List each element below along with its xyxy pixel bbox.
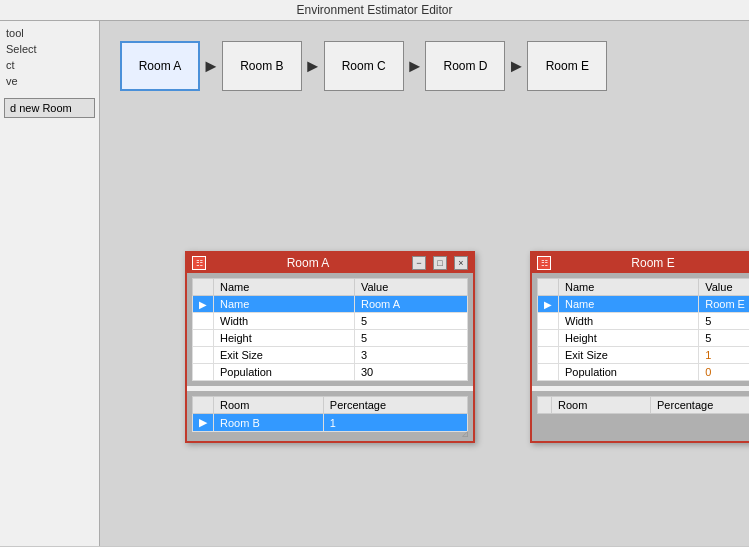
canvas-area: Room A ► Room B ► Room C ► Room D ► Room… <box>100 21 749 546</box>
panel-e-props-content: Name Value ▶ Name Room E Width 5 Height … <box>532 273 749 386</box>
panel-room-a-titlebar: ☷ Room A − □ × <box>187 253 473 273</box>
room-box-c[interactable]: Room C <box>324 41 404 91</box>
row-arrow <box>538 313 559 330</box>
table-row[interactable]: Population 0 <box>538 364 750 381</box>
row-arrow: ▶ <box>193 414 214 432</box>
prop-name: Exit Size <box>559 347 699 364</box>
arrow-4: ► <box>505 56 527 77</box>
panel-icon-e: ☷ <box>537 256 551 270</box>
panel-a-connections-wrapper: Room Percentage ▶ Room B 1 <box>187 391 473 441</box>
row-arrow <box>538 347 559 364</box>
room-box-e[interactable]: Room E <box>527 41 607 91</box>
prop-value[interactable]: 5 <box>699 330 749 347</box>
table-row[interactable]: ▶ Room B 1 <box>193 414 468 432</box>
prop-name: Population <box>559 364 699 381</box>
col-pct-a: Percentage <box>323 397 467 414</box>
col-arrow-conn-e <box>538 397 552 414</box>
add-room-button[interactable]: d new Room <box>4 98 95 118</box>
table-row[interactable]: Exit Size 1 <box>538 347 750 364</box>
arrow-2: ► <box>302 56 324 77</box>
prop-value[interactable]: 5 <box>354 313 467 330</box>
prop-name: Height <box>214 330 355 347</box>
row-arrow <box>193 364 214 381</box>
room-box-a[interactable]: Room A <box>120 41 200 91</box>
prop-name: Name <box>559 296 699 313</box>
col-room-a: Room <box>214 397 324 414</box>
prop-name: Width <box>559 313 699 330</box>
row-arrow <box>193 347 214 364</box>
table-row[interactable]: Height 5 <box>538 330 750 347</box>
col-room-e: Room <box>552 397 651 414</box>
prop-value[interactable]: 5 <box>354 330 467 347</box>
flow-diagram: Room A ► Room B ► Room C ► Room D ► Room… <box>120 41 739 91</box>
panel-a-minimize[interactable]: − <box>412 256 426 270</box>
row-arrow <box>538 364 559 381</box>
main-container: tool Select ct ve d new Room Room A ► Ro… <box>0 21 749 546</box>
prop-value[interactable]: 1 <box>699 347 749 364</box>
col-value-a: Value <box>354 279 467 296</box>
col-arrow-e <box>538 279 559 296</box>
table-row[interactable]: Width 5 <box>538 313 750 330</box>
sidebar: tool Select ct ve d new Room <box>0 21 100 546</box>
panel-title-a: Room A <box>211 256 405 270</box>
prop-value[interactable]: 5 <box>699 313 749 330</box>
conn-room: Room B <box>214 414 324 432</box>
panel-e-connections: Room Percentage <box>532 391 749 441</box>
col-arrow-conn-a <box>193 397 214 414</box>
panel-a-maximize[interactable]: □ <box>433 256 447 270</box>
table-row[interactable]: Exit Size 3 <box>193 347 468 364</box>
panel-e-prop-table: Name Value ▶ Name Room E Width 5 Height … <box>537 278 749 381</box>
room-box-d[interactable]: Room D <box>425 41 505 91</box>
conn-pct[interactable]: 1 <box>323 414 467 432</box>
arrow-1: ► <box>200 56 222 77</box>
prop-value[interactable]: 30 <box>354 364 467 381</box>
prop-name: Name <box>214 296 355 313</box>
room-box-b[interactable]: Room B <box>222 41 302 91</box>
prop-name: Population <box>214 364 355 381</box>
panel-icon-a: ☷ <box>192 256 206 270</box>
panel-a-props-content: Name Value ▶ Name Room A Width 5 Height … <box>187 273 473 386</box>
prop-name: Width <box>214 313 355 330</box>
prop-name: Height <box>559 330 699 347</box>
panel-a-connections: Room Percentage ▶ Room B 1 <box>187 391 473 441</box>
table-row[interactable]: Width 5 <box>193 313 468 330</box>
panel-a-connections-table: Room Percentage ▶ Room B 1 <box>192 396 468 432</box>
row-arrow <box>538 330 559 347</box>
panel-room-a: ☷ Room A − □ × Name Value <box>185 251 475 443</box>
row-arrow <box>193 330 214 347</box>
col-value-e: Value <box>699 279 749 296</box>
prop-name: Exit Size <box>214 347 355 364</box>
sidebar-item-ct[interactable]: ct <box>4 58 95 72</box>
title-bar: Environment Estimator Editor <box>0 0 749 21</box>
table-row[interactable]: ▶ Name Room A <box>193 296 468 313</box>
panel-title-e: Room E <box>556 256 749 270</box>
table-row[interactable]: Population 30 <box>193 364 468 381</box>
row-arrow: ▶ <box>538 296 559 313</box>
panel-e-connections-table: Room Percentage <box>537 396 749 414</box>
panel-a-prop-table: Name Value ▶ Name Room A Width 5 Height … <box>192 278 468 381</box>
col-name-a: Name <box>214 279 355 296</box>
col-arrow-a <box>193 279 214 296</box>
row-arrow <box>193 313 214 330</box>
panel-a-close[interactable]: × <box>454 256 468 270</box>
panel-e-connections-wrapper: Room Percentage <box>532 391 749 441</box>
sidebar-item-tool[interactable]: tool <box>4 26 95 40</box>
table-row[interactable]: ▶ Name Room E <box>538 296 750 313</box>
col-pct-e: Percentage <box>651 397 749 414</box>
table-row[interactable]: Height 5 <box>193 330 468 347</box>
prop-value[interactable]: 3 <box>354 347 467 364</box>
panel-room-e: ☷ Room E − □ × Name Value <box>530 251 749 443</box>
panel-room-e-titlebar: ☷ Room E − □ × <box>532 253 749 273</box>
title-text: Environment Estimator Editor <box>296 3 452 17</box>
prop-value[interactable]: Room A <box>354 296 467 313</box>
prop-value[interactable]: Room E <box>699 296 749 313</box>
resize-handle-a[interactable]: ⊿ <box>461 428 469 439</box>
sidebar-item-select[interactable]: Select <box>4 42 95 56</box>
row-arrow: ▶ <box>193 296 214 313</box>
prop-value[interactable]: 0 <box>699 364 749 381</box>
arrow-3: ► <box>404 56 426 77</box>
sidebar-item-ve[interactable]: ve <box>4 74 95 88</box>
col-name-e: Name <box>559 279 699 296</box>
